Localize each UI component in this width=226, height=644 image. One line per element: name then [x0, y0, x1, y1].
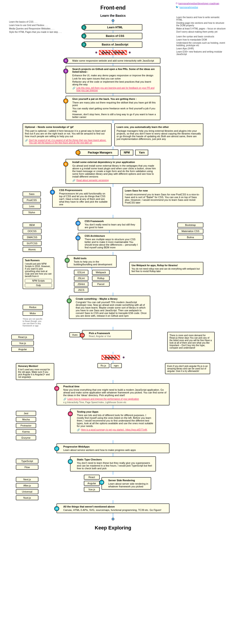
flow-box: Flow: [16, 465, 38, 470]
jest-box: Jest: [16, 411, 36, 416]
s7-label: Package Managers: [88, 151, 112, 154]
task-runners-title: Task Runners: [25, 259, 52, 262]
s17-num: 17: [54, 446, 59, 451]
s5-link-icon: 🔗: [72, 87, 75, 90]
s14-note: There is more and more demand for React.…: [170, 334, 213, 349]
section-basics-title: Learn the Basics: [52, 14, 174, 18]
s14-subtitle: React, Angular or Vue: [89, 335, 129, 338]
s16-link-icon: 🔗: [77, 428, 80, 432]
s6-num: 6: [63, 98, 68, 104]
html-label: Learn HTML: [107, 26, 123, 29]
reactjs-box: React.js: [11, 334, 34, 340]
mocha-box: Mocha: [16, 417, 36, 422]
twitter-link[interactable]: kamranahmedse: [180, 6, 198, 8]
webpack-note-box: Use Webpack for apps, Rollup for librari…: [129, 262, 203, 275]
stylus-box: Stylus: [22, 210, 41, 215]
s9-title: CSS Preprocessors: [59, 189, 108, 192]
s9-body: Preprocessors let you add functionality …: [59, 192, 108, 206]
s13-body: Congrats! You can call yourself 75% mode…: [76, 301, 148, 317]
s11-title: CSS Architecture: [84, 234, 138, 237]
postcss-box: PostCSS: [22, 198, 41, 202]
s15-num: 15: [54, 386, 59, 391]
s5-title: Search projects on Github and open a few…: [72, 68, 158, 73]
task-runners-box: Task Runners I would just pick NPM Scrip…: [22, 257, 54, 289]
s11-num: 11: [75, 236, 80, 240]
s20-num: 20: [54, 506, 59, 511]
s16-link[interactable]: Here is a good summary to get you starte…: [81, 428, 147, 431]
webpack-note-title: Use Webpack for apps, Rollup for librari…: [132, 264, 201, 267]
s12-title: Build tools: [74, 257, 114, 260]
rollup-box: Rollup: [92, 276, 110, 281]
npm-scripts-box: NPM Scripts: [25, 279, 52, 283]
yarn-box: Yarn: [135, 150, 148, 156]
learn-sass-body: I would recommend you to learn Sass for …: [125, 193, 201, 204]
js-label: Basics of JavaScript: [102, 43, 128, 46]
angular-box-left: Angular: [11, 347, 34, 352]
s5-item-2: Look for any open issues that you can so…: [72, 77, 158, 80]
vuejs-ssr-box: Vue.js: [84, 487, 100, 492]
rxjs-box: Rx.js: [97, 363, 109, 368]
nuxtjs-box: Nuxt.js: [16, 495, 38, 500]
s17-title: Progressive WebApps: [63, 445, 167, 448]
smacss-box: SMACSS: [22, 235, 42, 240]
s15-link[interactable]: Learn how to measure and improve the per…: [67, 398, 139, 400]
s11-body: There are multiple ways to structure you…: [84, 238, 138, 249]
s8-link-icon: 🔗: [72, 179, 75, 182]
s16-num: 16: [68, 411, 73, 416]
s18-num: 18: [68, 459, 73, 464]
s5-link[interactable]: Link this repo, tell them you are learni…: [76, 87, 158, 92]
angularjs-badge: Angular.js: [101, 355, 120, 360]
s18-body: You don't need to learn these but they r…: [77, 462, 153, 470]
html-note-4: Don't worry about making them pretty yet: [176, 30, 226, 33]
honorary-box: Honorary Mention! It isn't used any more…: [16, 363, 54, 380]
mobx-box: Mobx: [22, 311, 43, 316]
optional-git-box: Optional – Needs some knowledge of 'git'…: [22, 123, 112, 146]
s9-num: 9: [50, 190, 55, 195]
s14-title: Pick a Framework: [89, 332, 129, 334]
s10-num: 10: [75, 221, 80, 226]
jscs-box: JSCS: [74, 288, 88, 292]
afterjs-box: After.js: [16, 483, 38, 488]
nextjs-box: Next.js: [16, 477, 38, 482]
typescript-box: TypeScript: [16, 458, 38, 464]
jquery-badge: jQuery – Optional: [99, 50, 127, 55]
learn-sass-box: Learn Sass for now I would recommend you…: [123, 187, 203, 206]
protractor-box: Protractor: [16, 423, 36, 428]
redux-box: Redux: [22, 305, 43, 310]
s10-body: You don't really need to learn any but s…: [84, 223, 138, 229]
s19-num: 19: [99, 480, 104, 485]
js-note-2: Learn how to manipulate DOM: [176, 38, 226, 41]
gulp-box: Gulp: [25, 284, 52, 287]
learn-one-box: Learn one, you automatically learn the o…: [114, 123, 203, 146]
vuex-box: Vuex: [69, 332, 80, 337]
universal-box: Universal: [16, 489, 38, 494]
html-num: 1: [81, 25, 86, 30]
s13-title: Create something – Maybe a library: [76, 298, 148, 300]
s5-item-1: Enhance the UI, make any demo pages resp…: [72, 74, 158, 77]
learn-one-title: Learn one, you automatically learn the o…: [117, 126, 201, 128]
s6-item-1: There are many jobs out there requiring …: [72, 101, 158, 106]
less-box: Less: [22, 204, 41, 209]
js-num: 3: [81, 42, 86, 47]
twitter-icon: 🐦: [176, 6, 179, 8]
html-note-2: Dividing page into sections and how to s…: [176, 22, 226, 27]
oocss-box: OOCSS: [22, 229, 42, 234]
s19-title: Server Side Rendering: [108, 479, 149, 482]
css-box: 2 Basics of CSS: [84, 33, 142, 39]
angular-note-body: Even if you don't pick angular Rx.js is …: [167, 365, 208, 372]
bootstrap-box: Bootstrap: [177, 222, 203, 228]
github-link[interactable]: kamranahmedse/developer-roadmap: [179, 2, 219, 5]
git-link[interactable]: Don't be scared of git, it is easiest of…: [29, 139, 109, 144]
webpack-note-body: You do not need rollup now and can do ev…: [132, 268, 201, 272]
s6-item-2: You can easily start getting some freela…: [72, 107, 158, 112]
html-note-1: Learn the basics and how to write semant…: [176, 16, 226, 21]
karma-box: Karma: [16, 429, 36, 434]
s6-item-3: However, don't stop here, there is still…: [72, 113, 158, 118]
s17-body: Learn about service workers and how to m…: [63, 449, 167, 451]
s16-body: There are lots and lots of different too…: [77, 414, 153, 427]
css-label: Basics of CSS: [106, 34, 124, 38]
s12-body: Tools to help you in the building/bundli…: [74, 260, 114, 266]
s8-link[interactable]: Read about semantic versioning: [76, 179, 109, 182]
s8-title: Install some external dependency in your…: [72, 161, 158, 164]
atomic-box: Atomic: [22, 247, 42, 252]
